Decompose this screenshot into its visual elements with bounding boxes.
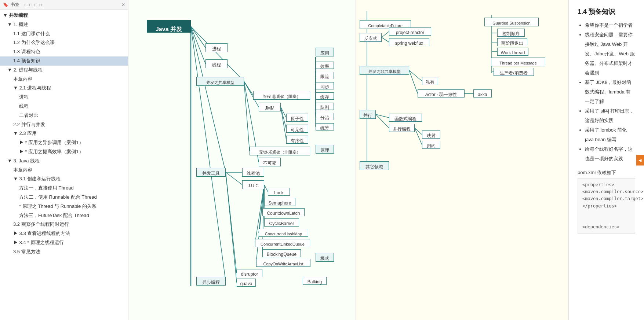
svg-line-9 [281,107,286,118]
mm2-node-map: 映射 [422,130,440,139]
mm2-node-functional: 函数式编程 [389,114,422,122]
svg-line-8 [244,81,250,151]
sidebar-tree: ▼ 并发编程▼ 1. 概述1.1 这门课讲什么1.2 为什么学这么课1.3 课程… [0,10,128,320]
sidebar-item-s21[interactable]: * 原理之 Thread 与 Runnable 的关系 [0,202,128,211]
sidebar-item-s2[interactable]: 1.1 这门课讲什么 [0,29,128,38]
sidebar-item-s16[interactable]: ▼ 3. Java 线程 [0,157,128,166]
sidebar-close-button[interactable]: ✕ [121,2,125,7]
sidebar-item-s26[interactable]: 3.5 常见方法 [0,247,128,257]
mm2-node-actor: Actor - 弱一致性 [418,89,465,98]
mm1-node-cyclic: CyclicBarrier [264,218,299,227]
mindmap-panel-1: Java 并发进程线程并发之共享模型管程-悲观锁（阻塞）JMM原子性可见性有序性… [128,0,356,320]
sidebar-window-btn4[interactable]: □ [39,2,42,7]
svg-line-5 [244,81,253,95]
mindmap-diagram-1: Java 并发进程线程并发之共享模型管程-悲观锁（阻塞）JMM原子性可见性有序性… [128,0,341,301]
bullet-item: 线程安全问题，需要你接触过 Java Web 开发、Jdbc开发、Web 服务器… [585,30,635,78]
sidebar-item-s17[interactable]: 本章内容 [0,166,128,175]
sidebar-item-s4[interactable]: 1.3 课程特色 [0,47,128,56]
svg-line-42 [376,114,389,118]
svg-line-0 [191,26,205,48]
sidebar-item-s15[interactable]: ▶ * 应用之提高效率（案例1） [0,147,128,157]
sidebar-title: 书签 [11,1,19,8]
sidebar-window-btn1[interactable]: □ [25,2,27,7]
mm1-node-blocking: BlockingQueue [262,249,301,257]
mm1-node-shared: 并发之共享模型 [196,77,244,86]
sidebar-item-s19[interactable]: 方法一，直接使用 Thread [0,184,128,193]
mm1-node-copyonwrite: CopyOnWriteArrayList [256,259,310,267]
mm1-node-process: 进程 [205,43,228,52]
sidebar-item-s9[interactable]: 进程 [0,93,128,102]
mm2-node-private: 私有 [422,77,438,85]
mm1-node-countdown: CountdownLatch [262,208,305,216]
sidebar-item-s11[interactable]: 二者对比 [0,111,128,120]
mm1-node-divide: 分治 [316,113,334,120]
mm1-node-balking: Balking [303,277,327,285]
mm1-node-guava: guava [237,279,256,287]
sidebar-item-s12[interactable]: 2.2 并行与并发 [0,120,128,129]
orange-side-tab[interactable]: ◀ [636,155,644,165]
sidebar-item-s3[interactable]: 1.2 为什么学这么课 [0,38,128,47]
mm1-node-lockfree: 无锁-乐观锁（非阻塞） [250,147,310,155]
svg-line-39 [409,70,418,93]
sidebar-item-s0[interactable]: ▼ 并发编程 [0,11,128,20]
mindmap-diagram-2: CompletableFuture反应式project-reactorsprin… [356,0,561,191]
mm1-node-disruptor: disruptor [237,269,262,277]
mm2-node-control: 控制顺序 [497,29,525,37]
sidebar-item-s10[interactable]: 线程 [0,102,128,111]
mm2-node-parallelstream: 并行编程 [389,124,415,132]
mm1-node-tools: 并发工具 [196,168,226,177]
mm2-node-workthread: WorkThread [497,48,528,56]
mm1-node-threadpool: 线程池 [242,168,264,177]
svg-line-45 [415,128,422,145]
mm1-node-thread: 线程 [205,59,228,68]
section-title: 1.4 预备知识 [578,7,635,16]
mm2-node-twophase: 两阶段退出 [497,38,527,46]
mm2-node-reactive: 反应式 [360,33,382,42]
mm2-node-guarded: Guarded Suspension [484,18,539,26]
mm2-node-nonshared: 并发之非共享模型 [360,66,409,75]
svg-line-13 [226,172,242,185]
mm1-node-limit: 限流 [316,72,334,79]
svg-line-10 [281,107,286,129]
sidebar-item-s22[interactable]: 方法三，FutureTask 配合 Thread [0,211,128,220]
mindmap-panel-2: CompletableFuture反应式project-reactorsprin… [356,0,569,320]
mm1-node-visible: 可见性 [286,125,308,133]
bullet-item: 采用了 slf4j 打印日志，这是好的实践 [585,106,635,125]
mm1-node-queue: 队列 [316,103,334,110]
svg-line-14 [264,185,268,192]
mm1-node-principle: 原理 [316,145,334,154]
sidebar-item-s5[interactable]: 1.4 预备知识 [0,56,128,66]
svg-line-1 [191,26,205,64]
bullet-list: 希望你不是一个初学者线程安全问题，需要你接触过 Java Web 开发、Jdbc… [578,21,635,163]
sidebar-item-s20[interactable]: 方法二，使用 Runnable 配合 Thread [0,193,128,202]
mm1-node-jmm: JMM [259,103,281,111]
sidebar-item-s7[interactable]: 本章内容 [0,75,128,84]
sidebar-item-s18[interactable]: ▼ 3.1 创建和运行线程 [0,174,128,184]
sidebar-item-s6[interactable]: ▼ 2. 进程与线程 [0,66,128,75]
mm1-node-stat: 统筹 [316,123,334,130]
sidebar-item-s1[interactable]: ▼ 1. 概述 [0,20,128,29]
mm1-node-apply: 应用 [316,48,334,56]
content-panel: 1.4 预备知识 希望你不是一个初学者线程安全问题，需要你接触过 Java We… [569,0,644,320]
sidebar-item-s23[interactable]: 3.2 观察多个线程同时运行 [0,220,128,229]
mm2-node-parallel: 并行 [360,110,376,119]
mm1-node-ordered: 有序性 [286,136,308,144]
sidebar: 🔖 书签 □ □ □ □ ✕ ▼ 并发编程▼ 1. 概述1.1 这门课讲什么1.… [0,0,128,320]
svg-line-38 [409,70,422,81]
mm1-node-pessimistic: 管程-悲观锁（阻塞） [253,91,310,100]
sidebar-window-btn3[interactable]: □ [34,2,37,7]
svg-line-43 [376,114,389,128]
svg-line-44 [415,128,422,135]
bullet-item: 希望你不是一个初学者 [585,21,635,30]
sidebar-item-s25[interactable]: ▶ 3.4 * 原理之线程运行 [0,238,128,247]
sidebar-item-s13[interactable]: ▼ 2.3 应用 [0,129,128,138]
sidebar-item-s24[interactable]: ▶ 3.3 查看进程线程的方法 [0,229,128,238]
sidebar-item-s8[interactable]: ▼ 2.1 进程与线程 [0,84,128,93]
mm1-node-pattern: 模式 [316,253,334,262]
code-block: <properties> <maven.compiler.source>1.8<… [578,178,635,234]
svg-line-36 [382,37,389,42]
svg-line-35 [382,32,389,37]
sidebar-item-s14[interactable]: ▶ * 应用之异步调用（案例1） [0,138,128,147]
mm2-node-springwebflux: spring webflux [389,38,429,46]
sidebar-window-btn2[interactable]: □ [29,2,32,7]
